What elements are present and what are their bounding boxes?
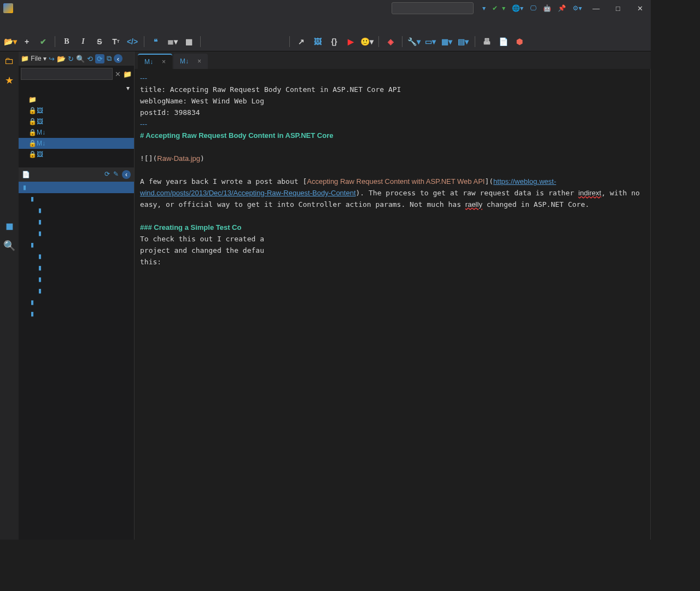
sidebar: 📁 File ▾ ↪ 📂 ↻ 🔍 ⟲ ⟳ ⧉ ‹ ✕ 📁 ▾ 📁 🔒🖼 🔒🖼 🔒… (19, 51, 135, 540)
sync2-icon[interactable]: ⟳ (95, 54, 104, 63)
menu-edit[interactable] (15, 22, 26, 26)
refresh-icon[interactable]: ↻ (68, 55, 74, 63)
italic-button[interactable]: I (76, 34, 90, 49)
outline-item[interactable]: ▮ (19, 274, 134, 285)
monitor-icon[interactable]: 🖵 (527, 4, 540, 12)
star-icon[interactable]: ★ (3, 74, 15, 86)
tool3-button[interactable]: ▦▾ (440, 34, 454, 49)
outline-back-icon[interactable]: ‹ (122, 170, 131, 179)
pin-icon[interactable]: 📌 (555, 4, 569, 12)
folder-icon[interactable]: 🗀 (3, 55, 15, 67)
robot-icon[interactable]: 🤖 (540, 4, 555, 12)
folder-open-icon[interactable]: 📂 (57, 55, 66, 63)
menu-weblog[interactable] (27, 22, 38, 26)
folder-icon[interactable]: 📁 (123, 70, 132, 78)
emoji-button[interactable]: 🙂▾ (360, 34, 374, 49)
minimize-button[interactable]: — (585, 0, 607, 16)
file-list: 📁 🔒🖼 🔒🖼 🔒M↓ 🔒M↓ 🔒🖼 (19, 94, 134, 160)
app-logo (3, 3, 13, 13)
h1-button[interactable] (205, 34, 219, 49)
editor-area[interactable]: --- title: Accepting Raw Request Body Co… (135, 69, 651, 540)
tool2-button[interactable]: ▭▾ (423, 34, 438, 49)
outline-item[interactable]: ▮ (19, 262, 134, 274)
h4-button[interactable] (254, 34, 269, 49)
html-button[interactable]: ⬢ (512, 34, 527, 49)
image-button[interactable]: 🖼 (311, 34, 325, 49)
tab[interactable]: M↓× (138, 54, 172, 69)
search-icon[interactable]: 🔍 (3, 240, 15, 252)
file-search-input[interactable] (21, 68, 113, 80)
bookmark-icon[interactable]: ◼ (3, 220, 15, 232)
outline-item[interactable]: ▮ (19, 193, 134, 205)
list-item[interactable]: 🔒🖼 (19, 116, 134, 127)
quote-button[interactable]: ❝ (149, 34, 163, 49)
open-button[interactable]: 📂▾ (3, 34, 18, 49)
textsize-button[interactable]: TT (109, 34, 123, 49)
list-item[interactable]: 🔒M↓ (19, 138, 134, 149)
tab-close-icon[interactable]: × (162, 58, 166, 66)
outline-item[interactable]: ▮ (19, 297, 134, 308)
nav-icon[interactable]: ↪ (49, 55, 55, 63)
back-icon[interactable]: ‹ (114, 54, 122, 63)
find-icon[interactable]: 🔍 (76, 55, 85, 63)
menu-tools[interactable] (39, 22, 50, 26)
bold-button[interactable]: B (60, 34, 74, 49)
maximize-button[interactable]: □ (607, 0, 629, 16)
clear-search-icon[interactable]: ✕ (115, 70, 121, 78)
git-button[interactable]: ◈ (383, 34, 398, 49)
outline-item[interactable]: ▮ (19, 239, 134, 251)
close-button[interactable]: ✕ (629, 0, 651, 16)
tab-close-icon[interactable]: × (197, 57, 201, 65)
spellcheck-lang[interactable]: ✔ ▾ (489, 4, 509, 12)
editor-tabs: M↓× M↓× (135, 51, 651, 69)
print-button[interactable]: 🖶 (480, 34, 494, 49)
menu-help[interactable] (75, 22, 86, 26)
globe-icon[interactable]: 🌐▾ (509, 4, 527, 12)
global-search[interactable] (392, 2, 474, 14)
theme-selector[interactable]: ▾ (477, 4, 489, 12)
list-button[interactable]: ≣▾ (165, 34, 179, 49)
current-path[interactable]: ▾ (19, 82, 134, 94)
tool1-button[interactable]: 🔧▾ (407, 34, 421, 49)
outline-edit-icon[interactable]: ✎ (113, 170, 119, 179)
link-button[interactable]: ↗ (294, 34, 308, 49)
new-button[interactable]: + (20, 34, 34, 49)
h2-button[interactable] (221, 34, 236, 49)
code-button[interactable]: </> (125, 34, 139, 49)
brackets-button[interactable]: {} (327, 34, 341, 49)
list-item[interactable]: 🔒🖼 (19, 105, 134, 116)
youtube-button[interactable]: ▶ (343, 34, 358, 49)
h3-button[interactable] (238, 34, 252, 49)
pdf-button[interactable]: 📄 (496, 34, 510, 49)
menu-view[interactable] (51, 22, 62, 26)
outline-refresh-icon[interactable]: ⟳ (104, 170, 110, 179)
strike-button[interactable]: S (92, 34, 107, 49)
menu-file[interactable] (3, 22, 14, 26)
sync1-icon[interactable]: ⟲ (87, 55, 93, 63)
file-label: 📁 File ▾ (21, 55, 46, 62)
outline-header: 📄 ⟳ ✎ ‹ (19, 167, 134, 182)
h5-button[interactable] (271, 34, 285, 49)
outline-item[interactable]: ▮ (19, 205, 134, 216)
copy-icon[interactable]: ⧉ (107, 54, 112, 63)
list-item[interactable]: 📁 (19, 94, 134, 105)
table-button[interactable]: ▦ (182, 34, 196, 49)
settings-icon[interactable]: ⚙▾ (569, 4, 585, 12)
titlebar: ▾ ✔ ▾ 🌐▾ 🖵 🤖 📌 ⚙▾ — □ ✕ (0, 0, 651, 16)
outline-item[interactable]: ▮ (19, 285, 134, 297)
menu-window[interactable] (63, 22, 74, 26)
tab[interactable]: M↓× (173, 54, 208, 69)
list-item[interactable]: 🔒🖼 (19, 149, 134, 160)
outline-item[interactable]: ▮ (19, 308, 134, 320)
toolbar: 📂▾ + ✔ B I S TT </> ❝ ≣▾ ▦ ↗ 🖼 {} ▶ 🙂▾ ◈… (0, 32, 651, 51)
outline-item[interactable]: ▮ (19, 216, 134, 228)
save-button[interactable]: ✔ (36, 34, 50, 49)
file-toolbar: 📁 File ▾ ↪ 📂 ↻ 🔍 ⟲ ⟳ ⧉ ‹ (19, 51, 134, 66)
rss-button[interactable]: ▤▾ (456, 34, 470, 49)
outline-item[interactable]: ▮ (19, 251, 134, 262)
doc-icon: 📄 (22, 171, 30, 178)
list-item[interactable]: 🔒M↓ (19, 127, 134, 138)
outline-item[interactable]: ▮ (19, 182, 134, 193)
menubar (0, 16, 651, 32)
outline-item[interactable]: ▮ (19, 228, 134, 239)
